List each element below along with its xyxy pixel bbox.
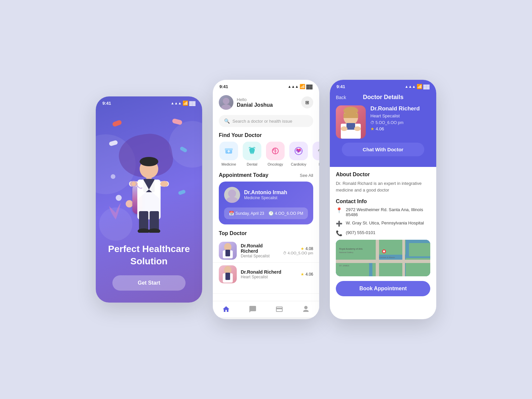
battery-icon-3: ▓▓ (423, 84, 430, 89)
doctor-full-name: Dr.Ronald Richerd (370, 105, 430, 112)
appointment-card: Dr.Antonio Irmah Medicine Specalist 📅 Su… (219, 182, 313, 224)
doctor-list-item-2[interactable]: Dr.Ronald Richerd Heart Specalist ★ 4.06 (213, 263, 319, 294)
map-view[interactable]: Royal Academy of Arts National Gallery S… (336, 240, 430, 276)
contact-phone: 📞 (907) 555-0101 (336, 230, 430, 236)
svg-rect-48 (402, 240, 405, 276)
svg-rect-46 (376, 240, 379, 276)
nav-chat[interactable] (249, 305, 257, 313)
detail-inner: Back Doctor Details (330, 91, 436, 317)
appt-clock-icon: 🕐 (268, 211, 274, 216)
status-bar-1: 9:41 ▲▲▲ 📶 ▓▓ (96, 96, 202, 108)
pill-red-1 (112, 120, 122, 127)
category-cardio-label: Cardioloy (291, 162, 306, 166)
doctor-thumb-2 (219, 265, 237, 283)
user-name: Danial Joshua (237, 102, 273, 108)
detail-body: About Doctor Dr. Ronald Richard is an ex… (330, 167, 436, 317)
category-more-label: Pec (319, 162, 319, 166)
star-icon-2: ★ (301, 272, 304, 277)
see-all-button[interactable]: See All (300, 173, 313, 178)
category-dental-label: Dental (247, 162, 257, 166)
signal-icon-3: ▲▲▲ (405, 84, 416, 88)
splash-illustration (106, 114, 192, 234)
svg-point-14 (223, 98, 229, 104)
greeting-text: Hello Danial Joshua (237, 97, 273, 108)
signal-icon-2: ▲▲▲ (288, 84, 299, 88)
category-cardio[interactable]: Cardioloy (289, 142, 309, 166)
svg-rect-28 (225, 250, 230, 256)
nav-home[interactable] (222, 305, 230, 313)
doctor-card-top: Dr.Ronald Richerd Heart Specalist ⏱ 5.OO… (336, 105, 430, 139)
nav-card[interactable] (275, 305, 283, 313)
doctor-hours-detail: ⏱ 5.OO_6.OO pm (370, 120, 430, 125)
splash-title: Perfect Healthcare Solution (102, 243, 196, 267)
pill-white-1 (109, 140, 118, 146)
appointment-title: Appointment Today (219, 172, 268, 178)
doctor-info-2: Dr.Ronald Richerd Heart Specalist (241, 269, 297, 279)
doctor-name-1: Dr.Ronald Richerd (241, 243, 279, 254)
splash-bottom: Perfect Healthcare Solution Get Start (102, 243, 196, 291)
book-appointment-button[interactable]: Book Appointment (336, 281, 430, 296)
filter-icon: ⊞ (305, 100, 309, 105)
status-icons-1: ▲▲▲ 📶 ▓▓ (171, 100, 196, 106)
svg-text:Royal Academy of Arts: Royal Academy of Arts (339, 248, 363, 250)
svg-point-38 (354, 126, 361, 131)
pill-blue-2 (178, 190, 186, 196)
back-button[interactable]: Back (336, 95, 346, 100)
svg-point-37 (341, 126, 347, 131)
user-avatar (219, 95, 233, 110)
category-dental[interactable]: Dental (242, 142, 262, 166)
filter-button[interactable]: ⊞ (301, 96, 313, 108)
location-icon: 📍 (336, 207, 342, 213)
appt-date: Sunday, April 23 (235, 211, 268, 216)
svg-rect-31 (225, 273, 230, 280)
plant-left (107, 200, 124, 221)
hospital-icon: ➕ (336, 220, 342, 227)
contact-address: 📍 2972 Westheimer Rd. Santa Ana, Illinoi… (336, 207, 430, 217)
pill-round-3 (111, 174, 115, 179)
battery-icon: ▓▓ (189, 101, 196, 106)
contact-info-title: Contact Info (336, 199, 430, 204)
svg-text:National Gallery: National Gallery (339, 251, 353, 253)
star-icon-1: ★ (301, 246, 304, 251)
bottom-nav (213, 301, 319, 317)
signal-icon: ▲▲▲ (171, 101, 182, 105)
pill-pink-1 (172, 118, 183, 125)
clock-icon: ⏱ (370, 120, 374, 125)
wifi-icon: 📶 (183, 100, 188, 106)
chat-with-doctor-button[interactable]: Chat With Doctor (342, 143, 424, 156)
doctor-meta-2: ★ 4.06 (301, 272, 313, 277)
svg-point-3 (140, 157, 158, 166)
doctor-name-2: Dr.Ronald Richerd (241, 269, 297, 275)
doctor-meta-detail: Dr.Ronald Richerd Heart Specalist ⏱ 5.OO… (370, 105, 430, 131)
category-more[interactable]: 👁️ Pec (312, 142, 319, 166)
get-start-button[interactable]: Get Start (112, 275, 186, 291)
pill-blue-1 (180, 146, 188, 153)
hello-label: Hello (237, 97, 273, 102)
appt-doctor-info: Dr.Antonio Irmah Medicine Specalist (224, 187, 308, 203)
doctor-specialty-detail: Heart Specalist (370, 113, 430, 118)
doctor-figure (119, 146, 179, 234)
status-icons-2: ▲▲▲ 📶 ▓▓ (288, 84, 313, 89)
doctor-rating-1: ★ 4.08 (283, 246, 313, 251)
category-oncology[interactable]: Oncology (265, 142, 285, 166)
contact-hospital: ➕ W. Gray St. Utica, Pennsylvania Hospit… (336, 220, 430, 227)
svg-rect-10 (139, 211, 148, 231)
home-screen: 9:41 ▲▲▲ 📶 ▓▓ Hello Danial Joshua (213, 80, 319, 319)
about-doctor-title: About Doctor (336, 172, 430, 178)
doctor-info-1: Dr.Ronald Richerd Dental Specalist (241, 243, 279, 258)
home-scroll: Find Your Doctor Medicine (213, 131, 319, 301)
search-bar[interactable]: 🔍 Search a doctor or health issue (219, 115, 313, 127)
svg-point-8 (160, 181, 168, 187)
user-greeting: Hello Danial Joshua (219, 95, 273, 110)
detail-page-title: Doctor Details (363, 94, 404, 101)
top-doctor-title: Top Doctor (213, 229, 319, 239)
appt-date-icon: 📅 (229, 211, 234, 216)
category-medicine[interactable]: Medicine (219, 142, 239, 166)
category-medicine-icon (219, 142, 238, 160)
search-icon: 🔍 (224, 118, 230, 124)
doctor-list-item-1[interactable]: Dr.Ronald Richerd Dental Specalist ★ 4.0… (213, 239, 319, 263)
svg-point-25 (226, 197, 238, 203)
splash-screen: 9:41 ▲▲▲ 📶 ▓▓ (96, 96, 202, 303)
nav-profile[interactable] (302, 305, 310, 313)
svg-rect-11 (150, 211, 159, 231)
